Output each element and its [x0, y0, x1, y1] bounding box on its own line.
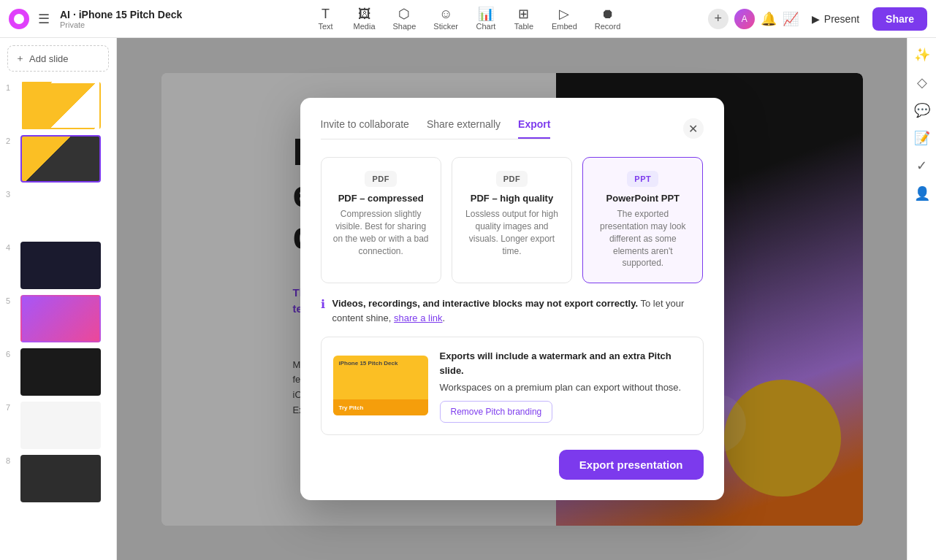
modal-header: Invite to collaborate Share externally E…	[321, 118, 704, 157]
slide-item[interactable]: 6	[0, 345, 116, 399]
preview-label: iPhone 15 Pitch Deck	[339, 360, 398, 367]
media-icon: 🖼	[358, 7, 371, 20]
slide-thumbnail	[20, 242, 101, 289]
chart-icon: 📊	[478, 7, 494, 20]
slide-thumbnail	[20, 135, 101, 183]
slide-thumbnail	[20, 188, 101, 236]
record-icon: ⏺	[601, 7, 615, 20]
check-icon[interactable]: ✓	[916, 158, 927, 174]
right-panel: ✨ ◇ 💬 📝 ✓ 👤	[907, 38, 936, 560]
slide-item[interactable]: 3	[0, 185, 116, 239]
info-box: ℹ Videos, recordings, and interactive bl…	[321, 296, 704, 325]
preview-try-label: Try Pitch	[339, 404, 364, 411]
watermark-info: Exports will include a watermark and an …	[440, 349, 691, 423]
add-slide-label: Add slide	[29, 53, 68, 64]
present-button[interactable]: ▶ Present	[804, 9, 867, 29]
shapes-icon[interactable]: ◇	[917, 74, 927, 91]
media-label: Media	[354, 22, 376, 31]
embed-label: Embed	[552, 22, 577, 31]
pdf-badge: PDF	[365, 171, 397, 187]
title-area: AI · iPhone 15 Pitch Deck Private	[60, 9, 182, 29]
modal-tabs: Invite to collaborate Share externally E…	[321, 118, 551, 139]
pdf-hq-badge: PDF	[496, 171, 528, 187]
present-label: Present	[824, 13, 859, 25]
remove-branding-button[interactable]: Remove Pitch branding	[440, 401, 553, 423]
sticker-label: Sticker	[433, 22, 458, 31]
notes-icon[interactable]: 📝	[914, 130, 930, 146]
presentation-subtitle: Private	[60, 20, 182, 29]
add-button[interactable]: +	[708, 9, 728, 29]
slide-thumbnail	[20, 402, 101, 449]
shape-label: Shape	[393, 22, 416, 31]
text-tool[interactable]: T Text	[308, 4, 343, 34]
slide-thumbnail	[20, 348, 101, 396]
canvas-area: Introducing cutting-edge features and de…	[117, 38, 907, 560]
tab-share-externally[interactable]: Share externally	[427, 118, 501, 139]
sticker-tool[interactable]: ☺ Sticker	[426, 4, 465, 34]
text-icon: T	[321, 7, 330, 20]
add-slide-button[interactable]: ＋ Add slide	[7, 45, 109, 72]
comment-icon[interactable]: 💬	[914, 102, 930, 118]
toolbar: ☰ AI · iPhone 15 Pitch Deck Private T Te…	[0, 0, 936, 38]
export-button[interactable]: Export presentation	[559, 450, 704, 480]
slide-item[interactable]: 8	[0, 452, 116, 505]
info-icon: ℹ	[321, 297, 325, 311]
chart-label: Chart	[476, 22, 496, 31]
modal-close-button[interactable]: ✕	[683, 118, 704, 139]
slide-item[interactable]: 2	[0, 132, 116, 185]
record-tool[interactable]: ⏺ Record	[587, 4, 628, 34]
export-pdf-hq[interactable]: PDF PDF – high quality Lossless output f…	[452, 157, 572, 283]
slide-item[interactable]: 4	[0, 239, 116, 292]
toolbar-tools: T Text 🖼 Media ⬡ Shape ☺ Sticker 📊 Chart…	[228, 4, 708, 34]
table-label: Table	[514, 22, 533, 31]
slide-thumbnail	[20, 455, 101, 502]
slide-item[interactable]: 5	[0, 292, 116, 345]
watermark-box: iPhone 15 Pitch Deck Try Pitch Exports w…	[321, 337, 704, 435]
slide-thumbnail	[20, 82, 101, 129]
magic-icon[interactable]: ✨	[914, 47, 930, 63]
avatar: A	[734, 9, 755, 29]
toolbar-right: + A 🔔 📈 ▶ Present Share	[708, 7, 927, 31]
ppt-title: PowerPoint PPT	[593, 193, 692, 204]
chart-tool[interactable]: 📊 Chart	[468, 4, 503, 34]
preview-bar: Try Pitch	[333, 399, 428, 415]
tab-export[interactable]: Export	[518, 118, 550, 139]
person-icon[interactable]: 👤	[914, 185, 930, 202]
watermark-title: Exports will include a watermark and an …	[440, 349, 691, 377]
slide-item[interactable]: 7	[0, 399, 116, 452]
menu-icon[interactable]: ☰	[38, 11, 50, 27]
text-label: Text	[318, 22, 332, 31]
export-ppt[interactable]: PPT PowerPoint PPT The exported presenta…	[582, 157, 703, 283]
modal-footer: Export presentation	[321, 450, 704, 480]
sticker-icon: ☺	[439, 7, 452, 20]
share-button[interactable]: Share	[872, 7, 927, 31]
ppt-badge: PPT	[627, 171, 658, 187]
share-link[interactable]: share a link	[394, 312, 442, 323]
watermark-desc: Workspaces on a premium plan can export …	[440, 382, 682, 393]
info-message: Videos, recordings, and interactive bloc…	[332, 296, 704, 325]
slide-panel: ＋ Add slide 1 2 3 4 5 6 7	[0, 38, 117, 560]
plus-icon: ＋	[15, 52, 25, 65]
record-label: Record	[595, 22, 620, 31]
play-icon: ▶	[812, 13, 820, 25]
watermark-text: Exports will include a watermark and an …	[440, 349, 691, 395]
analytics-icon[interactable]: 📈	[783, 11, 799, 27]
pdf-hq-desc: Lossless output for high quality images …	[463, 208, 561, 257]
tab-invite[interactable]: Invite to collaborate	[321, 118, 409, 139]
export-pdf-compressed[interactable]: PDF PDF – compressed Compression slightl…	[321, 157, 441, 283]
embed-tool[interactable]: ▷ Embed	[544, 4, 585, 34]
table-tool[interactable]: ⊞ Table	[506, 4, 541, 34]
bell-icon[interactable]: 🔔	[761, 11, 777, 27]
pdf-compressed-desc: Compression slightly visible. Best for s…	[332, 208, 430, 257]
pdf-hq-title: PDF – high quality	[463, 193, 561, 204]
media-tool[interactable]: 🖼 Media	[346, 4, 383, 34]
slide-item[interactable]: 1	[0, 79, 116, 132]
export-options: PDF PDF – compressed Compression slightl…	[321, 157, 704, 283]
watermark-preview: iPhone 15 Pitch Deck Try Pitch	[333, 356, 428, 415]
shape-icon: ⬡	[398, 7, 410, 20]
shape-tool[interactable]: ⬡ Shape	[386, 4, 424, 34]
app-logo	[9, 9, 29, 29]
export-modal: Invite to collaborate Share externally E…	[300, 98, 724, 499]
toolbar-left: ☰ AI · iPhone 15 Pitch Deck Private	[9, 9, 228, 29]
ppt-desc: The exported presentation may look diffe…	[593, 208, 692, 269]
